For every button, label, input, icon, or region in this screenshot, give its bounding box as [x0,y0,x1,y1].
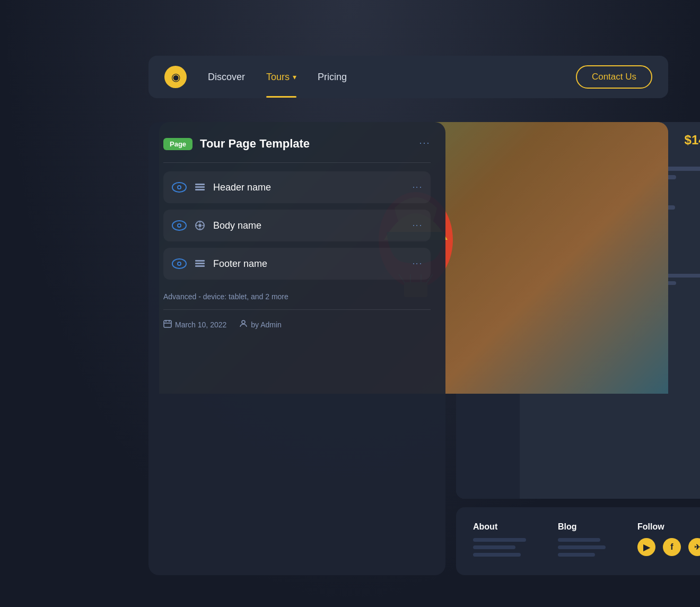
page-options-icon[interactable]: ⋮ [418,138,431,150]
eye-footer-icon [172,256,187,271]
nav-logo[interactable]: ◉ [164,66,187,88]
nav-discover[interactable]: Discover [208,72,245,83]
svg-rect-10 [195,186,205,188]
advanced-note: Advanced - device: tablet, and 2 more [163,292,431,301]
svg-rect-26 [195,265,205,267]
nav-pricing[interactable]: Pricing [318,72,347,83]
layer-footer-name: Footer name [213,258,405,270]
date-value: March 10, 2022 [175,320,226,329]
svg-point-8 [178,186,180,188]
navbar: ◉ Discover Tours ▾ Pricing Contact Us [148,56,668,98]
layer-header-options[interactable]: ⋮ [412,183,423,193]
svg-rect-27 [164,320,171,327]
layout-icon-header [194,181,206,193]
compass-icon: ◉ [171,71,180,83]
nav-tours[interactable]: Tours ▾ [266,72,296,83]
svg-rect-24 [195,260,205,262]
divider-bottom [163,309,431,310]
eye-body-icon [172,218,187,233]
svg-point-14 [178,224,180,227]
svg-rect-25 [195,263,205,264]
meta-info: March 10, 2022 by Admin [163,319,431,329]
svg-rect-9 [195,184,205,185]
page-header: Page Tour Page Template ⋮ [163,137,431,151]
layer-header[interactable]: Header name ⋮ [163,171,431,203]
page-title: Tour Page Template [200,137,412,151]
date-meta: March 10, 2022 [163,319,226,329]
svg-point-31 [242,320,245,324]
divider-top [163,162,431,163]
layer-footer[interactable]: Footer name ⋮ [163,248,431,280]
eye-header-icon [172,180,187,195]
contact-button[interactable]: Contact Us [576,65,652,89]
layout-icon-footer [194,258,206,270]
tours-label: Tours [266,72,290,83]
layer-body-options[interactable]: ⋮ [412,221,423,231]
page-editor-panel: Page Tour Page Template ⋮ [148,122,445,575]
layer-body-name: Body name [213,220,405,231]
author-value: by Admin [251,320,282,329]
layer-header-name: Header name [213,182,405,193]
layer-footer-options[interactable]: ⋮ [412,259,423,269]
telegram-icon[interactable]: ✈ [688,538,700,556]
calendar-icon [163,319,172,329]
chevron-down-icon: ▾ [293,73,296,81]
svg-point-16 [198,224,202,227]
component-icon-body [194,220,206,231]
page-badge: Page [163,138,192,150]
svg-point-23 [178,263,180,265]
layer-body[interactable]: Body name ⋮ [163,210,431,241]
author-meta: by Admin [239,319,282,329]
svg-rect-11 [195,189,205,190]
tour-price: $148 [685,133,700,148]
person-icon [239,319,248,329]
nav-links: Discover Tours ▾ Pricing [208,72,555,83]
